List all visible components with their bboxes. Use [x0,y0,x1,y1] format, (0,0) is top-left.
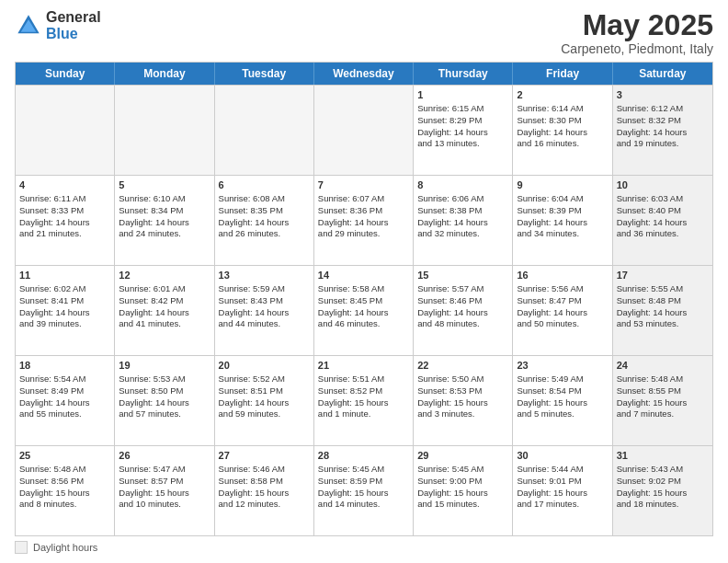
calendar-cell: 3Sunrise: 6:12 AMSunset: 8:32 PMDaylight… [613,86,712,175]
day-info-line: Daylight: 14 hours [19,307,110,319]
day-number: 21 [318,359,409,373]
calendar-header-cell: Tuesday [215,63,314,85]
day-info-line: and 1 minute. [318,408,409,420]
day-info-line: Daylight: 14 hours [219,307,310,319]
day-info-line: Sunrise: 5:58 AM [318,283,409,295]
calendar-cell: 4Sunrise: 6:11 AMSunset: 8:33 PMDaylight… [16,176,115,265]
day-info-line: Sunset: 8:51 PM [219,385,310,397]
day-info-line: Sunrise: 6:10 AM [119,193,210,205]
day-number: 1 [417,88,508,102]
calendar-cell: 9Sunrise: 6:04 AMSunset: 8:39 PMDaylight… [513,176,612,265]
logo-icon [15,12,42,40]
day-info-line: Sunset: 8:32 PM [617,115,709,127]
calendar-cell: 24Sunrise: 5:48 AMSunset: 8:55 PMDayligh… [613,356,712,445]
calendar-cell: 10Sunrise: 6:03 AMSunset: 8:40 PMDayligh… [613,176,712,265]
day-info-line: Sunset: 8:36 PM [318,205,409,217]
day-info-line: Sunset: 8:56 PM [19,476,110,488]
day-info-line: Sunrise: 6:12 AM [617,103,709,115]
day-info-line: and 50 minutes. [517,318,608,330]
day-info-line: Sunrise: 6:06 AM [417,193,508,205]
day-info-line: and 17 minutes. [517,499,608,511]
day-info-line: and 16 minutes. [517,138,608,150]
day-info-line: and 34 minutes. [517,228,608,240]
day-info-line: Daylight: 14 hours [417,127,508,139]
day-info-line: Sunset: 8:58 PM [219,476,310,488]
calendar-week-row: 18Sunrise: 5:54 AMSunset: 8:49 PMDayligh… [16,355,712,445]
day-info-line: Sunrise: 5:53 AM [119,373,210,385]
day-info-line: and 46 minutes. [318,318,409,330]
day-info-line: Sunset: 8:34 PM [119,205,210,217]
day-number: 26 [119,449,210,463]
month-title: May 2025 [561,9,713,41]
calendar-header-row: SundayMondayTuesdayWednesdayThursdayFrid… [16,63,712,85]
day-info-line: Daylight: 14 hours [417,217,508,229]
calendar-cell: 30Sunrise: 5:44 AMSunset: 9:01 PMDayligh… [513,446,612,535]
day-info-line: and 18 minutes. [617,499,709,511]
day-info-line: and 12 minutes. [219,499,310,511]
legend-box [15,541,28,554]
calendar-header-cell: Thursday [414,63,513,85]
day-info-line: Sunrise: 6:03 AM [617,193,709,205]
day-info-line: and 44 minutes. [219,318,310,330]
day-info-line: Daylight: 14 hours [617,217,709,229]
day-info-line: Daylight: 15 hours [19,488,110,500]
day-number: 16 [517,269,608,282]
header: General Blue May 2025 Carpeneto, Piedmon… [15,9,713,56]
calendar-header-cell: Saturday [613,63,712,85]
day-info-line: Sunset: 8:42 PM [119,295,210,307]
day-info-line: Sunrise: 5:48 AM [19,464,110,476]
day-info-line: Sunset: 8:30 PM [517,115,608,127]
calendar-cell: 16Sunrise: 5:56 AMSunset: 8:47 PMDayligh… [513,266,612,355]
day-info-line: Sunset: 8:45 PM [318,295,409,307]
day-info-line: Sunset: 9:02 PM [617,476,709,488]
day-info-line: Sunset: 8:33 PM [19,205,110,217]
day-info-line: Sunset: 8:54 PM [517,385,608,397]
day-info-line: and 32 minutes. [417,228,508,240]
day-info-line: Sunrise: 5:57 AM [417,283,508,295]
day-info-line: Daylight: 14 hours [318,217,409,229]
day-info-line: Sunrise: 6:14 AM [517,103,608,115]
day-info-line: Sunset: 8:46 PM [417,295,508,307]
day-info-line: Sunset: 8:57 PM [119,476,210,488]
day-info-line: and 55 minutes. [19,408,110,420]
day-number: 5 [119,178,210,192]
calendar-body: 1Sunrise: 6:15 AMSunset: 8:29 PMDaylight… [16,85,712,535]
calendar-cell: 12Sunrise: 6:01 AMSunset: 8:42 PMDayligh… [115,266,214,355]
logo: General Blue [15,9,101,41]
day-info-line: Daylight: 15 hours [417,488,508,500]
day-info-line: Sunrise: 5:45 AM [318,464,409,476]
subtitle: Carpeneto, Piedmont, Italy [561,41,713,56]
day-info-line: and 53 minutes. [617,318,709,330]
calendar-cell: 19Sunrise: 5:53 AMSunset: 8:50 PMDayligh… [115,356,214,445]
day-number: 14 [318,269,409,282]
day-info-line: Sunrise: 5:56 AM [517,283,608,295]
calendar-cell: 23Sunrise: 5:49 AMSunset: 8:54 PMDayligh… [513,356,612,445]
day-number: 28 [318,449,409,463]
calendar-cell: 20Sunrise: 5:52 AMSunset: 8:51 PMDayligh… [215,356,314,445]
legend-label: Daylight hours [33,542,97,553]
day-number: 3 [617,88,709,102]
calendar-cell: 2Sunrise: 6:14 AMSunset: 8:30 PMDaylight… [513,86,612,175]
calendar-cell: 25Sunrise: 5:48 AMSunset: 8:56 PMDayligh… [16,446,115,535]
day-info-line: Sunrise: 6:07 AM [318,193,409,205]
calendar-cell: 13Sunrise: 5:59 AMSunset: 8:43 PMDayligh… [215,266,314,355]
day-number: 9 [517,178,608,192]
calendar-header-cell: Monday [115,63,214,85]
day-info-line: and 57 minutes. [119,408,210,420]
title-area: May 2025 Carpeneto, Piedmont, Italy [561,9,713,56]
day-info-line: Daylight: 14 hours [417,307,508,319]
calendar-cell: 8Sunrise: 6:06 AMSunset: 8:38 PMDaylight… [414,176,513,265]
day-info-line: Sunrise: 5:43 AM [617,464,709,476]
calendar-week-row: 1Sunrise: 6:15 AMSunset: 8:29 PMDaylight… [16,85,712,175]
day-info-line: and 36 minutes. [617,228,709,240]
calendar-cell: 29Sunrise: 5:45 AMSunset: 9:00 PMDayligh… [414,446,513,535]
day-info-line: Sunrise: 6:15 AM [417,103,508,115]
day-info-line: and 10 minutes. [119,499,210,511]
day-info-line: Sunset: 8:41 PM [19,295,110,307]
day-info-line: Daylight: 15 hours [318,397,409,409]
day-info-line: and 24 minutes. [119,228,210,240]
day-number: 10 [617,178,709,192]
day-info-line: and 21 minutes. [19,228,110,240]
day-info-line: and 59 minutes. [219,408,310,420]
day-info-line: and 41 minutes. [119,318,210,330]
